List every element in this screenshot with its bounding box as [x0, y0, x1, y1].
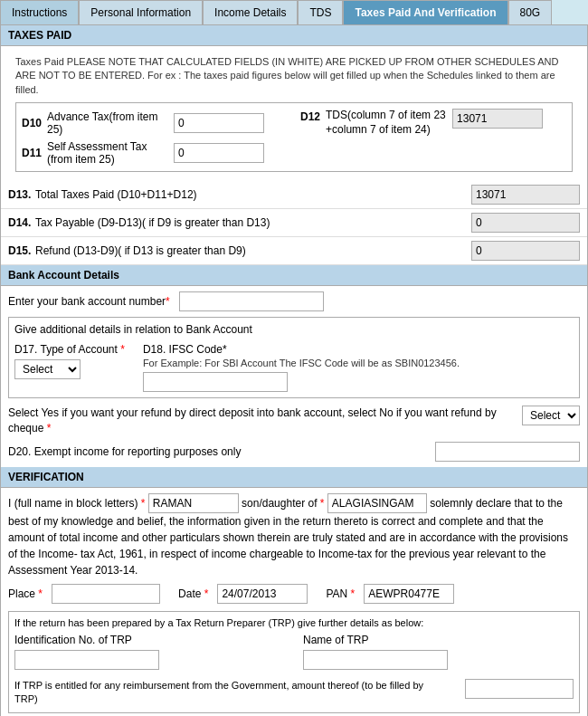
d16-row: Enter your bank account number* — [8, 291, 580, 311]
d14-code: D14. — [8, 216, 35, 229]
tab-tds[interactable]: TDS — [298, 0, 343, 24]
verification-header: VERIFICATION — [1, 467, 587, 488]
full-name-input[interactable] — [148, 493, 239, 513]
place-date-pan-row: Place * Date * PAN * — [8, 584, 580, 604]
d13-code: D13. — [8, 188, 35, 201]
d17-label: D17. Type of Account — [14, 343, 118, 356]
tab-personal-information[interactable]: Personal Information — [79, 0, 203, 24]
d16-input[interactable] — [179, 291, 324, 311]
d13-row: D13. Total Taxes Paid (D10+D11+D12) — [1, 181, 587, 209]
trp-note: If the return has been prepared by a Tax… — [14, 617, 574, 628]
bank-account-header: Bank Account Details — [1, 265, 587, 286]
main-container: TAXES PAID Taxes Paid PLEASE NOTE THAT C… — [0, 24, 588, 716]
d14-row: D14. Tax Payable (D9-D13)( if D9 is grea… — [1, 209, 587, 237]
trp-reimburse-input[interactable] — [465, 679, 574, 699]
d15-row: D15. Refund (D13-D9)( if D13 is greater … — [1, 237, 587, 265]
d10-label: Advance Tax(from item 25) — [47, 110, 174, 136]
place-label: Place * — [8, 587, 43, 600]
trp-id-block: Identification No. of TRP — [14, 634, 285, 670]
d14-label: Tax Payable (D9-D13)( if D9 is greater t… — [35, 216, 471, 229]
d19-row: Select Yes if you want your refund by di… — [8, 406, 580, 436]
place-input[interactable] — [52, 584, 160, 604]
d16-label: Enter your bank account number* — [8, 295, 170, 308]
verification-declaration: I (full name in block letters) * son/dau… — [8, 493, 580, 578]
verification-section: I (full name in block letters) * son/dau… — [1, 488, 587, 716]
d15-label: Refund (D13-D9)( if D13 is greater than … — [35, 244, 471, 257]
d10-input[interactable] — [174, 113, 264, 133]
d18-input[interactable] — [143, 372, 288, 392]
date-input[interactable] — [217, 584, 308, 604]
d13-input — [471, 185, 580, 205]
trp-name-block: Name of TRP — [303, 634, 574, 670]
d18-note: For Example: For SBI Account The IFSC Co… — [143, 358, 574, 368]
d10-d12-row: D10 Advance Tax(from item 25) D12 TDS(co… — [22, 109, 566, 137]
d18-label: D18. IFSC Code* — [143, 343, 574, 356]
d11-code: D11 — [22, 147, 42, 159]
trp-row: Identification No. of TRP Name of TRP — [14, 634, 574, 670]
d11-row: D11 Self Assessment Tax (from item 25) — [22, 140, 566, 166]
tab-bar: Instructions Personal Information Income… — [0, 0, 588, 24]
d19-input-block: Select Yes No — [522, 406, 580, 425]
trp-id-input[interactable] — [14, 650, 159, 670]
tab-taxes-paid[interactable]: Taxes Paid And Verification — [343, 0, 507, 24]
pan-input[interactable] — [364, 584, 454, 604]
pan-label: PAN * — [326, 587, 355, 600]
taxes-paid-note: Taxes Paid PLEASE NOTE THAT CALCULATED F… — [15, 55, 573, 97]
d17-d18-row: D17. Type of Account * Select Savings Cu… — [14, 343, 574, 392]
trp-reimburse-row: If TRP is entitled for any reimbursement… — [14, 679, 574, 707]
tab-80g[interactable]: 80G — [508, 0, 553, 24]
d12-input — [452, 109, 543, 129]
bank-inner: Give additional details in relation to B… — [8, 317, 580, 398]
d15-code: D15. — [8, 244, 35, 257]
tab-instructions[interactable]: Instructions — [0, 0, 79, 24]
d13-label: Total Taxes Paid (D10+D11+D12) — [35, 188, 471, 201]
d19-select[interactable]: Select Yes No — [522, 406, 580, 425]
d10-block: D10 Advance Tax(from item 25) — [22, 110, 264, 136]
additional-details-label: Give additional details in relation to B… — [14, 323, 574, 336]
d11-input[interactable] — [174, 143, 264, 163]
date-label: Date * — [178, 587, 208, 600]
d20-label: D20. Exempt income for reporting purpose… — [8, 445, 426, 458]
trp-reimburse-label: If TRP is entitled for any reimbursement… — [14, 679, 447, 707]
d18-block: D18. IFSC Code* For Example: For SBI Acc… — [143, 343, 574, 392]
d12-code: D12 — [300, 110, 320, 123]
d17-select[interactable]: Select Savings Current — [14, 359, 81, 379]
d11-label: Self Assessment Tax (from item 25) — [47, 140, 174, 166]
trp-id-label: Identification No. of TRP — [14, 634, 285, 646]
d10-code: D10 — [22, 117, 42, 129]
d17-block: D17. Type of Account * Select Savings Cu… — [14, 343, 125, 379]
son-daughter-input[interactable] — [327, 493, 427, 513]
d20-row: D20. Exempt income for reporting purpose… — [8, 442, 580, 462]
d19-label: Select Yes if you want your refund by di… — [8, 406, 513, 436]
d14-input — [471, 213, 580, 233]
trp-name-label: Name of TRP — [303, 634, 574, 646]
tab-income-details[interactable]: Income Details — [203, 0, 298, 24]
trp-section: If the return has been prepared by a Tax… — [8, 611, 580, 713]
taxes-paid-header: TAXES PAID — [1, 25, 587, 46]
trp-name-input[interactable] — [303, 650, 448, 670]
d20-input[interactable] — [435, 442, 580, 462]
bank-section: Enter your bank account number* Give add… — [1, 286, 587, 467]
d11-block: D11 Self Assessment Tax (from item 25) — [22, 140, 264, 166]
d15-input — [471, 241, 580, 261]
taxes-inner-box: D10 Advance Tax(from item 25) D12 TDS(co… — [15, 102, 573, 172]
d12-label: TDS(column 7 of item 23 +column 7 of ite… — [326, 109, 452, 137]
